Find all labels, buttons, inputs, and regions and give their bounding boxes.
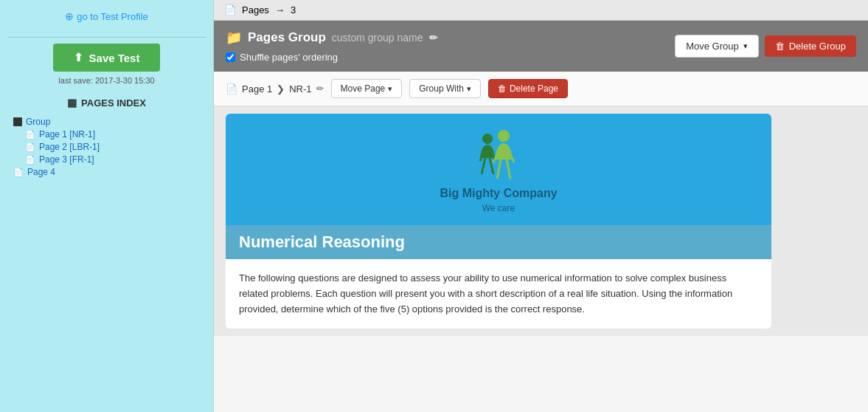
preview-card: Big Mighty Company We care Numerical Rea… xyxy=(226,114,771,329)
arrow: → xyxy=(275,4,285,16)
page-bar-doc-icon: 📄 xyxy=(226,83,237,95)
upload-icon: ⬆ xyxy=(74,51,83,64)
svg-line-9 xyxy=(507,159,510,179)
company-logo-area: Big Mighty Company We care xyxy=(440,128,557,213)
group-with-button[interactable]: Group With xyxy=(409,79,481,98)
list-item[interactable]: 📄 Page 1 [NR-1] xyxy=(13,129,206,140)
company-name: Big Mighty Company xyxy=(440,187,557,200)
page-label: Page 1 xyxy=(242,83,272,95)
company-tagline: We care xyxy=(482,203,515,213)
page-count: 3 xyxy=(291,4,296,16)
page-doc-icon: 📄 xyxy=(25,130,35,140)
pages-index-list: Group 📄 Page 1 [NR-1] 📄 Page 2 [LBR-1] 📄… xyxy=(7,114,206,179)
page-bar: 📄 Page 1 ❯ NR-1 ✏ Move Page Group With 🗑… xyxy=(214,72,868,106)
delete-group-label: Delete Group xyxy=(789,41,846,52)
shuffle-checkbox[interactable] xyxy=(226,52,235,62)
group-header: 📁 Pages Group custom group name ✏ Shuffl… xyxy=(214,21,868,72)
svg-line-8 xyxy=(497,159,501,179)
list-item[interactable]: 📄 Page 2 [LBR-1] xyxy=(13,142,206,152)
list-item[interactable]: 📄 Page 3 [FR-1] xyxy=(13,154,206,165)
preview-section-title: Numerical Reasoning xyxy=(226,225,771,259)
delete-page-button[interactable]: 🗑 Delete Page xyxy=(488,79,568,98)
move-page-button[interactable]: Move Page xyxy=(331,79,403,98)
preview-wrapper: Big Mighty Company We care Numerical Rea… xyxy=(214,106,868,336)
move-page-label: Move Page xyxy=(341,83,386,94)
preview-header: Big Mighty Company We care xyxy=(226,114,771,225)
sidebar: ⊕ go to Test Profile ⬆ Save Test last sa… xyxy=(0,0,214,412)
page3-link[interactable]: Page 3 [FR-1] xyxy=(39,154,94,165)
breadcrumb-chevron: ❯ xyxy=(277,83,285,95)
trash-page-icon: 🗑 xyxy=(498,83,507,94)
page-doc-icon: 📄 xyxy=(13,168,24,177)
move-group-button[interactable]: Move Group xyxy=(675,35,759,58)
preview-body: The following questions are designed to … xyxy=(226,259,771,329)
page-breadcrumb: 📄 Page 1 ❯ NR-1 ✏ xyxy=(226,83,324,95)
group-name: Pages Group xyxy=(248,30,326,45)
svg-point-0 xyxy=(482,134,493,144)
delete-group-button[interactable]: 🗑 Delete Group xyxy=(765,35,856,57)
group-header-left: 📁 Pages Group custom group name ✏ Shuffl… xyxy=(226,30,438,63)
edit-page-icon[interactable]: ✏ xyxy=(316,83,324,94)
save-test-button[interactable]: ⬆ Save Test xyxy=(53,44,161,72)
group-title: 📁 Pages Group custom group name ✏ xyxy=(226,30,438,46)
pages-index-icon: ▦ xyxy=(67,97,77,109)
list-item[interactable]: 📄 Page 4 xyxy=(13,167,206,177)
company-logo-svg xyxy=(465,128,532,184)
list-item[interactable]: Group xyxy=(13,117,206,127)
shuffle-check-row: Shuffle pages' ordering xyxy=(226,52,438,63)
pages-label: Pages xyxy=(242,4,269,16)
svg-line-3 xyxy=(482,158,485,174)
group-custom-name: custom group name xyxy=(332,32,423,44)
edit-group-name-icon[interactable]: ✏ xyxy=(429,32,438,44)
group-header-right: Move Group 🗑 Delete Group xyxy=(675,35,856,58)
go-to-test-profile-link[interactable]: ⊕ go to Test Profile xyxy=(65,10,148,22)
main-content: 📄 Pages → 3 📁 Pages Group custom group n… xyxy=(214,0,868,412)
group-link[interactable]: Group xyxy=(26,117,50,127)
folder-icon: 📁 xyxy=(226,30,242,46)
pages-icon: 📄 xyxy=(224,4,236,16)
page1-link[interactable]: Page 1 [NR-1] xyxy=(39,129,95,140)
pages-index-title: ▦ PAGES INDEX xyxy=(67,97,146,109)
shuffle-label: Shuffle pages' ordering xyxy=(240,52,338,63)
preview-body-text: The following questions are designed to … xyxy=(239,271,758,317)
page4-link[interactable]: Page 4 xyxy=(27,167,55,177)
page-doc-icon: 📄 xyxy=(25,155,35,165)
plus-circle-icon: ⊕ xyxy=(65,10,74,22)
top-bar: 📄 Pages → 3 xyxy=(214,0,868,21)
page2-link[interactable]: Page 2 [LBR-1] xyxy=(39,142,100,152)
nr-label: NR-1 xyxy=(289,83,311,95)
group-sq-icon xyxy=(13,117,22,126)
group-with-label: Group With xyxy=(419,83,464,94)
trash-icon: 🗑 xyxy=(775,41,785,52)
section-title-text: Numerical Reasoning xyxy=(239,233,758,252)
page-doc-icon: 📄 xyxy=(25,143,35,152)
last-save-text: last save: 2017-3-30 15:30 xyxy=(58,76,154,85)
svg-line-4 xyxy=(490,158,493,174)
delete-page-label: Delete Page xyxy=(510,83,558,94)
content-area: 📁 Pages Group custom group name ✏ Shuffl… xyxy=(214,21,868,412)
move-group-label: Move Group xyxy=(686,41,739,52)
svg-point-5 xyxy=(498,130,510,142)
divider xyxy=(7,37,206,38)
